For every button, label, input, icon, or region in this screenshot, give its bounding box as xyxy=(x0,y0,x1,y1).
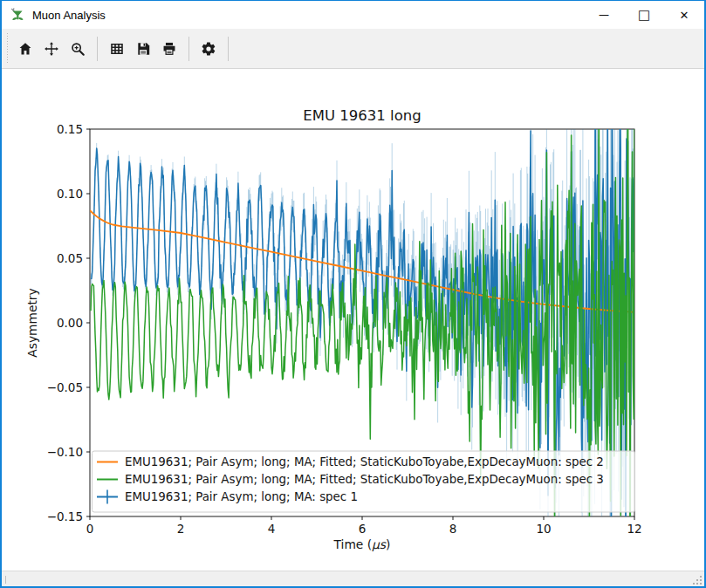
settings-button[interactable] xyxy=(195,32,222,65)
x-tick-label: 10 xyxy=(536,522,551,536)
legend: EMU19631; Pair Asym; long; MA; Fitted; S… xyxy=(93,451,635,512)
y-tick-label: 0.00 xyxy=(57,316,83,330)
y-tick-label: −0.05 xyxy=(47,380,83,394)
maximize-button[interactable]: □ xyxy=(624,1,664,29)
zoom-button[interactable] xyxy=(65,32,91,65)
print-icon xyxy=(161,41,177,57)
x-tick-label: 8 xyxy=(449,522,457,536)
print-button[interactable] xyxy=(156,32,182,65)
close-button[interactable]: ✕ xyxy=(664,1,704,29)
legend-item: EMU19631; Pair Asym; long; MA: spec 1 xyxy=(97,490,358,504)
pan-button[interactable] xyxy=(38,32,65,65)
toolbar-separator xyxy=(97,37,98,61)
legend-item: EMU19631; Pair Asym; long; MA; Fitted; S… xyxy=(97,455,604,468)
x-axis-label: Time (μs) xyxy=(333,537,391,551)
toolbar-separator xyxy=(228,37,229,61)
zoom-icon xyxy=(70,41,86,57)
plot-toolbar xyxy=(2,29,704,69)
y-axis-label: Asymmetry xyxy=(25,288,39,357)
plot-title: EMU 19631 long xyxy=(303,107,421,124)
y-tick-label: −0.10 xyxy=(47,445,83,459)
minimize-button[interactable]: — xyxy=(584,1,624,29)
x-tick-label: 2 xyxy=(177,522,185,536)
y-tick-label: −0.15 xyxy=(47,509,83,523)
status-bar-separator xyxy=(5,576,6,584)
toolbar-buttons xyxy=(12,32,235,65)
home-icon xyxy=(17,41,33,57)
title-bar[interactable]: Muon Analysis — □ ✕ xyxy=(2,1,704,29)
save-icon xyxy=(135,41,151,57)
plot-canvas[interactable]: EMU19631; Pair Asym; long; MA; Fitted; S… xyxy=(2,69,704,571)
subplots-button[interactable] xyxy=(104,32,130,65)
save-button[interactable] xyxy=(130,32,156,65)
legend-item: EMU19631; Pair Asym; long; MA; Fitted; S… xyxy=(97,473,604,486)
y-tick-label: 0.05 xyxy=(57,251,83,265)
subplots-icon xyxy=(109,41,125,57)
y-tick-label: 0.15 xyxy=(57,122,83,136)
toolbar-drag-handle[interactable] xyxy=(5,33,9,65)
muon-analysis-window: Muon Analysis — □ ✕ EMU19631; Pair Asym;… xyxy=(0,0,706,588)
settings-icon xyxy=(201,41,216,57)
window-title: Muon Analysis xyxy=(32,9,584,22)
toolbar-separator xyxy=(188,37,189,61)
x-tick-label: 6 xyxy=(359,522,367,536)
x-tick-label: 0 xyxy=(86,522,94,536)
resize-grip-icon[interactable] xyxy=(691,574,702,585)
legend-label: EMU19631; Pair Asym; long; MA: spec 1 xyxy=(125,490,358,503)
legend-label: EMU19631; Pair Asym; long; MA; Fitted; S… xyxy=(125,455,604,468)
app-icon xyxy=(10,7,25,23)
y-tick-label: 0.10 xyxy=(57,187,83,201)
home-button[interactable] xyxy=(12,32,38,65)
x-tick-label: 4 xyxy=(268,522,276,536)
legend-label: EMU19631; Pair Asym; long; MA; Fitted; S… xyxy=(125,473,604,486)
figure-canvas: EMU19631; Pair Asym; long; MA; Fitted; S… xyxy=(2,69,704,571)
pan-icon xyxy=(44,41,59,57)
status-bar xyxy=(2,571,704,586)
x-tick-label: 12 xyxy=(627,522,641,536)
